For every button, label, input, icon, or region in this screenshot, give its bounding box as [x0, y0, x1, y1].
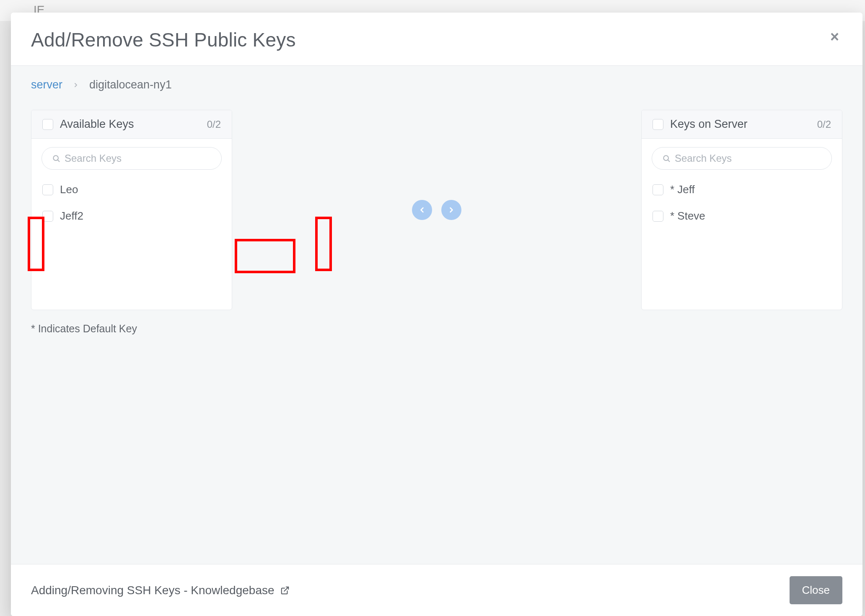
svg-line-4 [284, 587, 288, 591]
svg-line-1 [58, 160, 60, 162]
search-icon [52, 154, 60, 163]
knowledgebase-link[interactable]: Adding/Removing SSH Keys - Knowledgebase [31, 584, 290, 597]
server-key-list: * Jeff * Steve [652, 176, 832, 229]
close-icon[interactable]: × [827, 28, 842, 45]
available-key-list: Leo Jeff2 [41, 176, 222, 229]
move-left-button[interactable] [412, 200, 432, 220]
ssh-keys-modal: Add/Remove SSH Public Keys × server digi… [11, 13, 862, 616]
svg-line-3 [668, 160, 670, 162]
key-label: * Steve [670, 210, 705, 223]
key-checkbox[interactable] [42, 184, 53, 195]
available-keys-panel: Available Keys 0/2 Leo [31, 110, 232, 310]
breadcrumb: server digitalocean-ny1 [31, 78, 842, 91]
modal-body: server digitalocean-ny1 Available Keys 0… [11, 66, 862, 564]
list-item[interactable]: * Steve [652, 203, 832, 229]
available-select-all-checkbox[interactable] [42, 119, 53, 130]
available-search-input[interactable] [41, 147, 222, 170]
chevron-right-icon [447, 206, 456, 214]
list-item[interactable]: Jeff2 [41, 203, 222, 229]
server-keys-panel: Keys on Server 0/2 * Jeff [641, 110, 842, 310]
key-checkbox[interactable] [42, 211, 53, 222]
available-search-field[interactable] [65, 153, 211, 164]
server-select-all-checkbox[interactable] [653, 119, 663, 130]
breadcrumb-current: digitalocean-ny1 [89, 78, 172, 91]
external-link-icon [280, 586, 290, 595]
search-icon [662, 154, 671, 163]
transfer-controls [232, 110, 641, 310]
modal-header: Add/Remove SSH Public Keys × [11, 13, 862, 66]
move-right-button[interactable] [441, 200, 461, 220]
chevron-right-icon [73, 78, 79, 91]
server-search-input[interactable] [652, 147, 832, 170]
available-keys-title: Available Keys [60, 118, 200, 131]
kb-link-text: Adding/Removing SSH Keys - Knowledgebase [31, 584, 275, 597]
key-checkbox[interactable] [653, 184, 663, 195]
chevron-left-icon [418, 206, 426, 214]
server-search-field[interactable] [675, 153, 821, 164]
list-item[interactable]: Leo [41, 176, 222, 203]
breadcrumb-server-link[interactable]: server [31, 78, 62, 91]
available-keys-header: Available Keys 0/2 [31, 110, 232, 139]
key-label: Jeff2 [60, 210, 83, 223]
server-keys-header: Keys on Server 0/2 [642, 110, 842, 139]
list-item[interactable]: * Jeff [652, 176, 832, 203]
server-keys-count: 0/2 [817, 119, 831, 130]
modal-footer: Adding/Removing SSH Keys - Knowledgebase… [11, 564, 862, 616]
close-button[interactable]: Close [790, 576, 842, 604]
available-keys-count: 0/2 [207, 119, 221, 130]
key-label: Leo [60, 183, 78, 196]
server-keys-title: Keys on Server [670, 118, 811, 131]
default-key-footnote: * Indicates Default Key [31, 323, 842, 335]
key-checkbox[interactable] [653, 211, 663, 222]
panels-row: Available Keys 0/2 Leo [31, 110, 842, 310]
key-label: * Jeff [670, 183, 695, 196]
modal-title: Add/Remove SSH Public Keys [31, 28, 296, 51]
